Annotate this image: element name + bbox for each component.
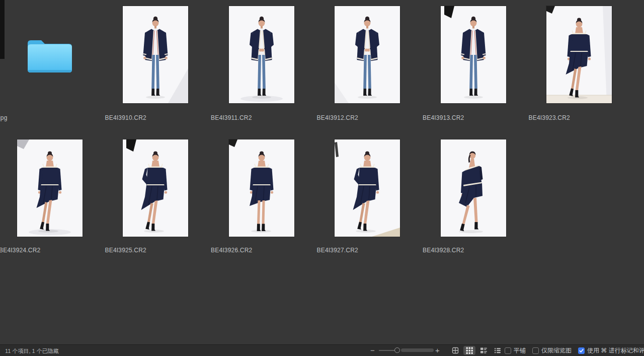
thumbnails-view-icon xyxy=(466,347,473,354)
option-group: 使用 ⌘ 进行标记和评级 xyxy=(578,346,644,355)
file-thumbnail[interactable] xyxy=(335,6,400,103)
checkbox-checked[interactable] xyxy=(578,347,585,354)
zoom-out-button[interactable]: − xyxy=(370,345,375,356)
option-group: 仅限缩览图 xyxy=(532,346,572,355)
file-browser-window: { "window": {"background": "#373737"}, "… xyxy=(0,0,644,356)
checkmark-icon xyxy=(579,348,584,353)
zoom-slider-knob[interactable] xyxy=(394,347,400,353)
display-option-checkboxes: 平铺仅限缩览图使用 ⌘ 进行标记和评级 xyxy=(505,345,644,356)
file-thumbnail[interactable] xyxy=(441,139,506,237)
checkbox-unchecked[interactable] xyxy=(532,347,539,354)
file-label: BE4I3926.CR2 xyxy=(211,247,252,254)
file-thumbnail[interactable] xyxy=(229,6,294,103)
file-label: BE4I3912.CR2 xyxy=(317,114,358,121)
option-group: 平铺 xyxy=(505,346,526,355)
checkbox-label: 使用 ⌘ 进行标记和评级 xyxy=(587,346,644,355)
items-summary: 11 个项目, 1 个已隐藏 xyxy=(5,347,59,355)
zoom-slider-track[interactable] xyxy=(379,350,396,351)
folder-icon[interactable] xyxy=(27,37,73,74)
file-label: BE4I3923.CR2 xyxy=(529,114,570,121)
checkbox-label: 平铺 xyxy=(514,346,526,355)
file-label: BE4I3928.CR2 xyxy=(423,247,464,254)
grid-outline-view-button[interactable] xyxy=(449,346,461,355)
file-label: jpg xyxy=(0,114,8,121)
file-label: BE4I3925.CR2 xyxy=(105,247,146,254)
view-mode-buttons xyxy=(449,346,504,355)
details-view-icon xyxy=(480,347,488,354)
list-view-button[interactable] xyxy=(492,346,504,355)
file-thumbnail[interactable] xyxy=(123,6,188,103)
checkbox-label: 仅限缩览图 xyxy=(541,346,572,355)
grid-outline-view-icon xyxy=(452,347,459,354)
file-thumbnail[interactable] xyxy=(229,139,294,237)
file-label: BE4I3924.CR2 xyxy=(0,247,40,254)
thumbnail-zoom-control: − + xyxy=(368,345,445,356)
file-label: BE4I3927.CR2 xyxy=(317,247,358,254)
file-thumbnail[interactable] xyxy=(546,6,612,103)
file-label: BE4I3911.CR2 xyxy=(211,114,252,121)
file-thumbnail[interactable] xyxy=(335,139,400,237)
file-thumbnail[interactable] xyxy=(123,139,188,237)
thumbnails-view-button[interactable] xyxy=(463,346,475,355)
list-view-icon xyxy=(494,347,501,354)
checkbox-unchecked[interactable] xyxy=(505,347,511,354)
file-thumbnail[interactable] xyxy=(17,139,83,237)
zoom-slider-bar[interactable] xyxy=(401,348,434,352)
status-bar: 11 个项目, 1 个已隐藏 − + 平铺仅限缩览图使用 ⌘ 进行标记和评级 xyxy=(0,344,644,356)
details-view-button[interactable] xyxy=(477,346,490,355)
file-label: BE4I3913.CR2 xyxy=(423,114,464,121)
content-area: jpgBE4I3910.CR2BE4I3911.CR2BE4I3912.CR2B… xyxy=(0,0,644,344)
file-label: BE4I3910.CR2 xyxy=(105,114,146,121)
zoom-in-button[interactable]: + xyxy=(435,345,440,356)
clipped-item-fragment xyxy=(0,0,5,59)
file-thumbnail[interactable] xyxy=(441,6,506,103)
